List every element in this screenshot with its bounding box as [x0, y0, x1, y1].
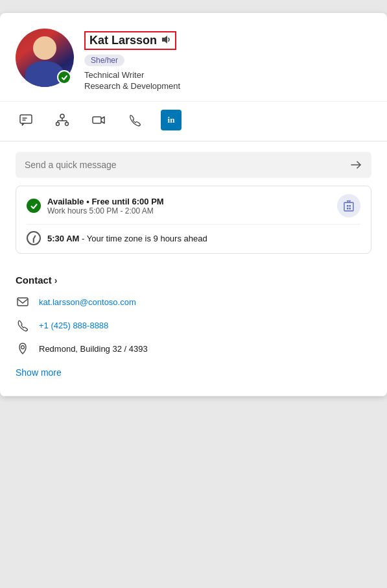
available-icon: [27, 199, 41, 213]
svg-rect-20: [18, 298, 28, 306]
department: Research & Development: [84, 81, 371, 91]
location-text: Redmond, Building 32 / 4393: [39, 344, 148, 354]
phone-button[interactable]: [124, 110, 145, 130]
job-title: Technical Writer: [84, 70, 371, 80]
svg-rect-11: [93, 117, 101, 123]
profile-info: Kat Larsson She/her Technical Writer Res…: [84, 29, 371, 91]
contact-section: Contact › kat.larsson@contoso.com +1 (42…: [0, 264, 387, 391]
location-icon: [16, 341, 30, 356]
profile-section: Kat Larsson She/her Technical Writer Res…: [0, 13, 387, 101]
svg-rect-12: [344, 202, 353, 211]
clock-icon: [27, 231, 41, 245]
message-section: Available • Free until 6:00 PM Work hour…: [0, 141, 387, 264]
name-box: Kat Larsson: [84, 31, 176, 50]
chevron-right-icon: ›: [54, 275, 58, 286]
availability-row: Available • Free until 6:00 PM Work hour…: [27, 194, 360, 225]
show-more-button[interactable]: Show more: [16, 365, 62, 386]
svg-rect-15: [347, 208, 349, 210]
time-text: 5:30 AM - Your time zone is 9 hours ahea…: [47, 234, 207, 243]
phone-contact-icon: [16, 318, 30, 332]
contact-header[interactable]: Contact ›: [16, 275, 371, 286]
email-item: kat.larsson@contoso.com: [16, 295, 371, 309]
send-button[interactable]: [349, 158, 362, 171]
svg-rect-14: [349, 205, 351, 207]
pronoun-badge: She/her: [84, 55, 124, 66]
profile-name: Kat Larsson: [89, 34, 157, 47]
availability-text: Available • Free until 6:00 PM Work hour…: [47, 197, 331, 215]
bottom-divider: [0, 396, 387, 397]
speaker-icon[interactable]: [161, 34, 171, 47]
linkedin-button[interactable]: in: [161, 110, 182, 130]
email-icon: [16, 295, 30, 309]
svg-point-4: [60, 114, 64, 118]
svg-rect-1: [20, 115, 32, 123]
svg-rect-16: [349, 208, 351, 210]
message-input[interactable]: [25, 160, 344, 170]
location-item: Redmond, Building 32 / 4393: [16, 341, 371, 356]
building-icon: [342, 199, 355, 212]
chat-button[interactable]: [16, 110, 36, 130]
svg-rect-13: [347, 205, 349, 207]
phone-item: +1 (425) 888-8888: [16, 318, 371, 332]
building-icon-circle: [337, 194, 360, 217]
svg-marker-0: [162, 36, 167, 43]
email-link[interactable]: kat.larsson@contoso.com: [39, 297, 136, 307]
svg-point-21: [21, 346, 25, 349]
svg-point-5: [56, 123, 60, 126]
actions-row: in: [0, 101, 387, 141]
available-status-text: Available • Free until 6:00 PM: [47, 197, 331, 206]
avatar-container: [16, 29, 74, 87]
phone-link[interactable]: +1 (425) 888-8888: [39, 321, 108, 330]
work-hours-text: Work hours 5:00 PM - 2:00 AM: [47, 206, 331, 215]
checkmark-icon: [61, 74, 68, 81]
video-button[interactable]: [88, 110, 109, 130]
status-card: Available • Free until 6:00 PM Work hour…: [16, 186, 371, 254]
org-button[interactable]: [52, 110, 73, 130]
profile-card: Kat Larsson She/her Technical Writer Res…: [0, 13, 387, 397]
name-row: Kat Larsson: [84, 31, 371, 50]
message-input-row: [16, 152, 371, 178]
contact-label: Contact: [16, 275, 52, 286]
svg-point-6: [65, 123, 69, 126]
time-row: 5:30 AM - Your time zone is 9 hours ahea…: [27, 231, 360, 245]
status-badge-inner: [58, 71, 70, 83]
online-status-badge: [57, 70, 71, 84]
